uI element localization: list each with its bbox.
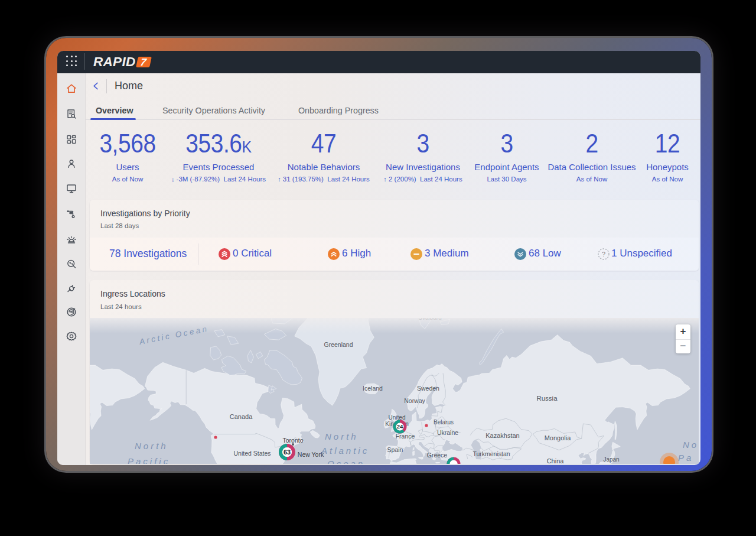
svg-text:Sweden: Sweden [417,385,439,392]
svg-text:Toronto: Toronto [282,437,303,444]
svg-text:24: 24 [397,423,403,430]
svg-text:North: North [325,431,359,441]
svg-text:New York: New York [298,451,324,458]
svg-text:Belarus: Belarus [434,419,454,425]
svg-text:China: China [547,457,565,464]
svg-text:Pacific: Pacific [128,456,170,464]
svg-text:Spain: Spain [387,446,403,453]
svg-text:Atlantic: Atlantic [321,446,369,456]
svg-text:France: France [396,433,415,440]
svg-text:North: North [135,441,168,451]
svg-text:Japan: Japan [603,456,619,463]
svg-text:Kazakhstan: Kazakhstan [485,432,519,439]
svg-text:Greece: Greece [427,451,448,459]
svg-text:United: United [389,414,406,421]
svg-text:No: No [683,440,699,450]
svg-text:Pa: Pa [678,453,693,463]
svg-text:63: 63 [284,449,291,456]
svg-text:Norway: Norway [404,397,425,404]
svg-text:Russia: Russia [536,395,558,402]
svg-text:?: ? [602,251,605,258]
svg-text:Turkmenistan: Turkmenistan [472,450,510,457]
svg-text:United States: United States [233,450,271,457]
svg-text:Iceland: Iceland [363,385,383,392]
svg-text:Ocean: Ocean [327,459,365,464]
svg-text:Mongolia: Mongolia [545,434,572,441]
svg-text:Greenland: Greenland [324,341,353,348]
svg-text:Ukraine: Ukraine [437,429,458,436]
svg-text:Canada: Canada [230,413,253,420]
